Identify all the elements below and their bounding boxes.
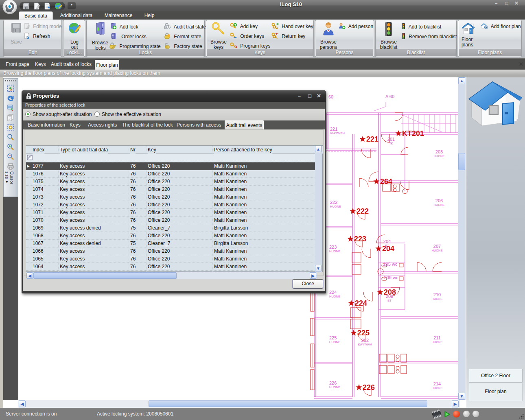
svg-text:225: 225 bbox=[329, 335, 337, 340]
svg-text:HUONE: HUONE bbox=[330, 205, 341, 208]
svg-text:ET: ET bbox=[385, 244, 389, 247]
svg-text:HUONE: HUONE bbox=[431, 297, 442, 301]
svg-text:208: 208 bbox=[386, 294, 393, 299]
svg-text:226: 226 bbox=[329, 381, 337, 385]
svg-text:HUONE: HUONE bbox=[431, 340, 442, 344]
svg-text:264: 264 bbox=[380, 177, 392, 186]
svg-text:226: 226 bbox=[363, 383, 375, 392]
svg-text:HUONE: HUONE bbox=[329, 340, 340, 344]
svg-text:225: 225 bbox=[357, 329, 370, 337]
svg-text:A 60: A 60 bbox=[385, 94, 394, 99]
svg-text:KT201: KT201 bbox=[402, 129, 424, 138]
svg-text:209 wc: 209 wc bbox=[384, 275, 398, 280]
svg-text:201: 201 bbox=[387, 137, 395, 142]
svg-text:206: 206 bbox=[435, 198, 443, 203]
svg-text:HUONE: HUONE bbox=[329, 385, 340, 389]
svg-text:KÄYTÄVÄ: KÄYTÄVÄ bbox=[358, 343, 372, 346]
svg-text:204: 204 bbox=[383, 239, 391, 244]
svg-text:211: 211 bbox=[433, 335, 441, 340]
svg-text:HUONE: HUONE bbox=[431, 386, 442, 390]
svg-text:HUONE: HUONE bbox=[433, 203, 444, 207]
svg-text:214: 214 bbox=[433, 381, 441, 386]
svg-text:224: 224 bbox=[355, 299, 367, 307]
svg-text:202: 202 bbox=[361, 338, 369, 343]
svg-text:IV-KONEH.: IV-KONEH. bbox=[330, 131, 346, 135]
svg-text:ET: ET bbox=[387, 299, 392, 302]
svg-text:221: 221 bbox=[366, 135, 378, 143]
svg-text:HUONE: HUONE bbox=[431, 249, 442, 252]
svg-text:205 wc: 205 wc bbox=[383, 262, 398, 267]
svg-text:HUONE: HUONE bbox=[433, 154, 444, 158]
svg-text:222: 222 bbox=[357, 207, 369, 215]
svg-text:207: 207 bbox=[433, 244, 441, 249]
svg-text:222: 222 bbox=[330, 200, 337, 205]
svg-text:203: 203 bbox=[435, 149, 443, 154]
svg-text:224: 224 bbox=[329, 290, 337, 295]
svg-text:223: 223 bbox=[329, 245, 337, 249]
svg-text:TK: TK bbox=[389, 142, 393, 145]
svg-text:223: 223 bbox=[354, 235, 366, 243]
svg-text:60: 60 bbox=[328, 94, 333, 99]
svg-text:221: 221 bbox=[330, 127, 337, 131]
svg-text:HUONE: HUONE bbox=[329, 295, 340, 298]
svg-text:HUONE: HUONE bbox=[329, 249, 340, 253]
svg-text:210: 210 bbox=[433, 292, 441, 297]
